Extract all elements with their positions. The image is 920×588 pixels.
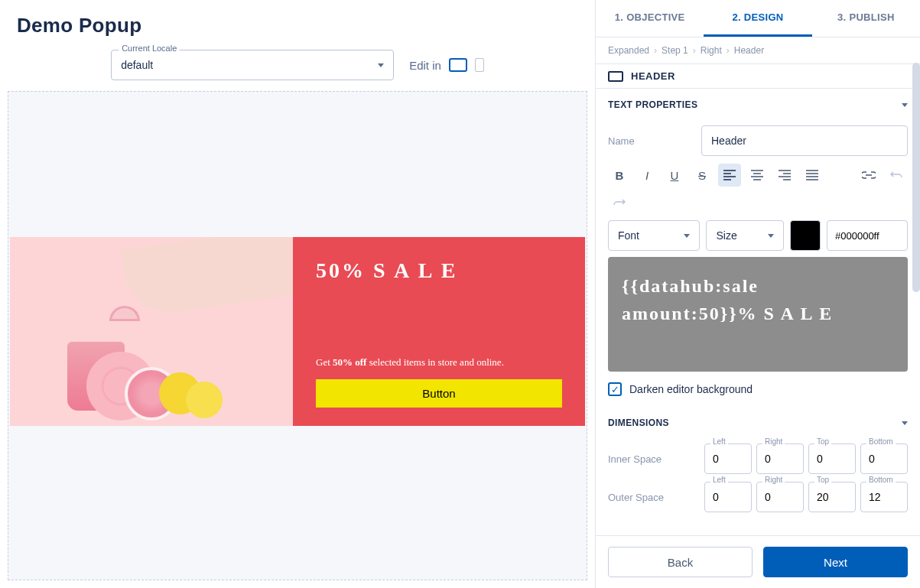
redo-button[interactable]: [608, 191, 631, 214]
align-justify-button[interactable]: [801, 164, 824, 187]
align-right-button[interactable]: [773, 164, 796, 187]
tab-publish[interactable]: 3. PUBLISH: [812, 0, 920, 37]
header-block-icon: [608, 71, 623, 82]
name-label: Name: [608, 135, 691, 147]
chevron-down-icon: [378, 63, 384, 67]
italic-button[interactable]: I: [636, 164, 658, 187]
chevron-down-icon: [768, 234, 774, 238]
scrollbar[interactable]: [912, 63, 920, 292]
crumb-right[interactable]: Right: [701, 45, 722, 56]
mobile-icon[interactable]: [475, 58, 484, 72]
inner-space-label: Inner Space: [608, 453, 700, 465]
tab-objective[interactable]: 1. OBJECTIVE: [596, 0, 704, 37]
color-hex-field[interactable]: [827, 220, 908, 251]
popup-sub-text[interactable]: Get 50% off selected items in store and …: [316, 356, 562, 369]
breadcrumb: Expanded› Step 1› Right› Header: [596, 37, 920, 63]
text-properties-accordion[interactable]: TEXT PROPERTIES: [608, 89, 908, 118]
font-select[interactable]: Font: [608, 220, 700, 251]
name-field[interactable]: [701, 125, 908, 156]
back-button[interactable]: Back: [608, 547, 753, 577]
locale-label: Current Locale: [119, 44, 180, 53]
editor-tabs: 1. OBJECTIVE 2. DESIGN 3. PUBLISH: [596, 0, 920, 37]
link-button[interactable]: [857, 164, 880, 187]
color-swatch[interactable]: [790, 220, 821, 251]
inner-top-field[interactable]: [808, 443, 856, 474]
popup-preview[interactable]: ✕ 50% S A L E Get 50% off selected items…: [10, 237, 585, 426]
undo-button[interactable]: [885, 164, 908, 187]
desktop-icon[interactable]: [449, 58, 467, 72]
align-center-button[interactable]: [746, 164, 769, 187]
align-left-button[interactable]: [718, 164, 741, 187]
preview-canvas[interactable]: ✕ 50% S A L E Get 50% off selected items…: [8, 91, 587, 580]
outer-right-field[interactable]: [756, 482, 804, 512]
locale-select[interactable]: Current Locale default: [111, 50, 394, 80]
text-editor[interactable]: {{datahub:sale amount:50}}% S A L E: [608, 257, 908, 372]
darken-checkbox[interactable]: ✓: [608, 382, 622, 396]
header-section-label: HEADER: [631, 70, 675, 82]
popup-button[interactable]: Button: [316, 379, 562, 408]
dimensions-accordion[interactable]: DIMENSIONS: [608, 407, 908, 436]
outer-bottom-field[interactable]: [860, 482, 908, 512]
underline-button[interactable]: U: [663, 164, 686, 187]
crumb-header[interactable]: Header: [734, 45, 764, 56]
chevron-down-icon: [684, 234, 690, 238]
size-select[interactable]: Size: [706, 220, 784, 251]
chevron-down-icon: [902, 103, 908, 107]
inner-left-field[interactable]: [704, 443, 752, 474]
bold-button[interactable]: B: [608, 164, 631, 187]
page-title: Demo Popup: [17, 14, 578, 37]
outer-top-field[interactable]: [808, 482, 856, 512]
crumb-step1[interactable]: Step 1: [662, 45, 688, 56]
popup-header-text[interactable]: 50% S A L E: [316, 258, 562, 283]
crumb-expanded[interactable]: Expanded: [608, 45, 649, 56]
strike-button[interactable]: S: [691, 164, 714, 187]
popup-image: [10, 237, 293, 426]
darken-label: Darken editor background: [629, 383, 753, 395]
chevron-down-icon: [902, 421, 908, 425]
edit-in-label: Edit in: [409, 59, 441, 72]
tab-design[interactable]: 2. DESIGN: [704, 0, 811, 37]
outer-space-label: Outer Space: [608, 492, 700, 503]
inner-bottom-field[interactable]: [860, 443, 908, 474]
next-button[interactable]: Next: [763, 547, 908, 577]
inner-right-field[interactable]: [756, 443, 804, 474]
locale-value: default: [121, 59, 153, 71]
outer-left-field[interactable]: [704, 482, 752, 512]
